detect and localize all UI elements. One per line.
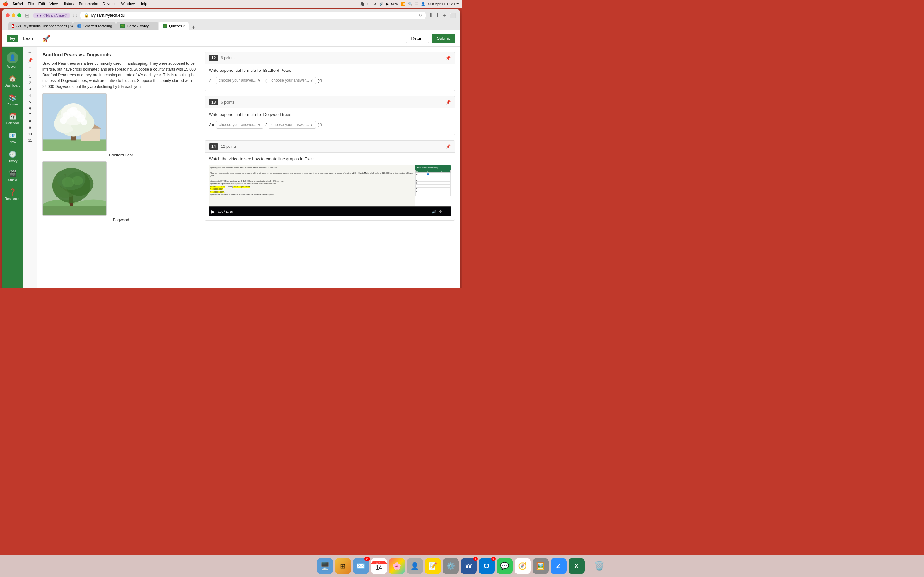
minimize-button[interactable] xyxy=(11,13,15,17)
nav-item-history[interactable]: 🕐 History xyxy=(2,148,23,165)
volume-button[interactable]: 🔊 xyxy=(432,210,436,214)
question-left: Bradford Pears vs. Dogwoods Bradford Pea… xyxy=(42,52,200,226)
svg-point-25 xyxy=(72,176,83,185)
quiz-num-11[interactable]: 11 xyxy=(25,137,35,143)
resources-icon: ❓ xyxy=(9,188,17,196)
nav-item-dashboard[interactable]: 🏠 Dashboard xyxy=(2,72,23,90)
nav-item-studio[interactable]: 🎬 Studio xyxy=(2,167,23,184)
q14-num-badge: 14 xyxy=(209,143,218,150)
q12-dropdown2[interactable]: choose your answer... ∨ xyxy=(268,77,316,84)
nav-item-calendar[interactable]: 📅 Calendar xyxy=(2,110,23,127)
refresh-icon[interactable]: ↻ xyxy=(419,13,422,18)
bluetooth-icon: ⬡ xyxy=(367,2,371,6)
maximize-button[interactable] xyxy=(17,13,21,17)
dogwood-svg xyxy=(43,161,106,215)
share-icon[interactable]: ⬆ xyxy=(435,12,439,19)
menu-file[interactable]: File xyxy=(27,2,34,6)
q14-pin-icon[interactable]: 📌 xyxy=(445,144,451,149)
video-time: 0:00 / 11:15 xyxy=(218,210,429,213)
video-content: d) Use guess and check to predict when t… xyxy=(209,165,451,207)
quiz-num-9[interactable]: 9 xyxy=(25,124,35,131)
quiz-num-10[interactable]: 10 xyxy=(25,131,35,137)
quiz-num-1[interactable]: 1 xyxy=(25,73,35,79)
new-tab-button[interactable]: + xyxy=(189,24,198,30)
nav-item-inbox[interactable]: 📧 Inbox xyxy=(2,129,23,147)
tab-home-myivy[interactable]: 🌿 Home - MyIvy xyxy=(116,22,158,30)
quiz-sidebar-expand[interactable]: → xyxy=(27,49,33,55)
submit-button[interactable]: Submit xyxy=(432,34,455,43)
quiz-num-6[interactable]: 6 xyxy=(25,105,35,111)
new-tab-icon[interactable]: ＋ xyxy=(442,12,447,19)
q12-dropdown1[interactable]: choose your answer... ∨ xyxy=(216,77,263,84)
tabs-overview-icon[interactable]: ⬜ xyxy=(450,12,456,19)
nav-item-courses[interactable]: 📚 Courses xyxy=(2,91,23,109)
quiz-num-7[interactable]: 7 xyxy=(25,111,35,118)
back-button[interactable]: ‹ xyxy=(73,13,74,18)
fullscreen-button[interactable]: ⛶ xyxy=(445,210,448,213)
tab-quizzes[interactable]: 🌿 Quizzes 2 xyxy=(159,22,189,30)
tab-label-home: Home - MyIvy xyxy=(127,24,149,28)
svg-point-14 xyxy=(81,119,87,125)
user-icon-menu: 👤 xyxy=(421,2,425,6)
apple-menu[interactable]: 🍎 xyxy=(3,1,8,6)
nav-item-account[interactable]: 👤 Account xyxy=(2,49,23,71)
tab-youtube[interactable]: ▶ (24) Mysterious Disappearances | "48 H… xyxy=(8,22,73,30)
svg-point-15 xyxy=(69,107,78,115)
menu-window[interactable]: Window xyxy=(121,2,135,6)
q13-num-badge: 13 xyxy=(209,99,218,105)
controlcenter-icon[interactable]: ☰ xyxy=(415,2,418,6)
close-button[interactable] xyxy=(6,13,10,17)
menu-help[interactable]: Help xyxy=(139,2,147,6)
video-settings-button[interactable]: ⚙ xyxy=(439,210,442,214)
q14-points: 12 points xyxy=(221,144,236,149)
question-section: Bradford Pears vs. Dogwoods Bradford Pea… xyxy=(37,47,460,231)
q13-pin-icon[interactable]: 📌 xyxy=(445,100,451,105)
quiz-num-8[interactable]: 8 xyxy=(25,118,35,124)
q12-header: 12 6 points 📌 xyxy=(205,52,455,64)
video-progress-bar[interactable] xyxy=(209,206,451,207)
download-icon[interactable]: ⬇ xyxy=(429,12,433,19)
q12-paren-close: )^t xyxy=(318,78,322,83)
q13-dropdown1[interactable]: choose your answer... ∨ xyxy=(216,121,263,129)
browser-toolbar: ⊟ ♥ ♥ ♡Myah Allise♡ ‹ › 🔒 ivylearn.ivyte… xyxy=(6,11,456,19)
quiz-num-3[interactable]: 3 xyxy=(25,86,35,92)
nav-buttons: ‹ › xyxy=(73,13,78,18)
menu-safari[interactable]: Safari xyxy=(13,2,23,6)
tab-smarterproctoring[interactable]: S SmarterProctoring xyxy=(73,22,116,30)
datetime: Sun Apr 14 1:12 PM xyxy=(428,2,459,6)
menu-history[interactable]: History xyxy=(62,2,74,6)
q13-body: Write exponential formula for Dogwood tr… xyxy=(205,108,455,135)
lock-icon: 🔒 xyxy=(84,13,89,18)
forward-button[interactable]: › xyxy=(76,13,78,18)
account-avatar: 👤 xyxy=(7,52,18,63)
nav-item-resources[interactable]: ❓ Resources xyxy=(2,185,23,203)
svg-rect-1 xyxy=(43,139,106,151)
menu-develop[interactable]: Develop xyxy=(103,2,117,6)
quizzes-favicon: 🌿 xyxy=(163,24,167,28)
studio-icon: 🎬 xyxy=(9,169,17,177)
quiz-num-4[interactable]: 4 xyxy=(25,92,35,99)
dogwood-label: Dogwood xyxy=(42,218,200,222)
menu-view[interactable]: View xyxy=(49,2,58,6)
q12-pin-icon[interactable]: 📌 xyxy=(445,55,451,61)
bookmark-button[interactable]: ♥ ♥ ♡Myah Allise♡ xyxy=(33,13,70,18)
ivy-logo: Ivy xyxy=(7,35,18,42)
spreadsheet-header: Year Mazda Mustang xyxy=(415,165,451,169)
sidebar-toggle[interactable]: ⊟ xyxy=(25,13,29,19)
q13-dropdown2[interactable]: choose your answer... ∨ xyxy=(268,121,316,129)
quiz-num-5[interactable]: 5 xyxy=(25,99,35,105)
q14-body: Watch the video to see how to create lin… xyxy=(205,153,455,220)
quiz-num-2[interactable]: 2 xyxy=(25,79,35,86)
return-button[interactable]: Return xyxy=(406,34,429,43)
question-right: 12 6 points 📌 Write exponential formula … xyxy=(205,52,455,226)
q12-points: 6 points xyxy=(221,56,234,60)
menu-bookmarks[interactable]: Bookmarks xyxy=(79,2,98,6)
q12-answer-label: A= xyxy=(209,78,214,83)
menu-edit[interactable]: Edit xyxy=(39,2,45,6)
play-button[interactable]: ▶ xyxy=(212,209,215,214)
video-controls: ▶ 0:00 / 11:15 🔊 ⚙ ⛶ xyxy=(209,207,451,216)
wifi-icon: 📶 xyxy=(401,2,405,6)
address-bar[interactable]: 🔒 ivylearn.ivytech.edu ↻ xyxy=(80,11,426,19)
q12-dropdown1-arrow: ∨ xyxy=(258,78,260,83)
search-icon-menu[interactable]: 🔍 xyxy=(408,2,413,6)
